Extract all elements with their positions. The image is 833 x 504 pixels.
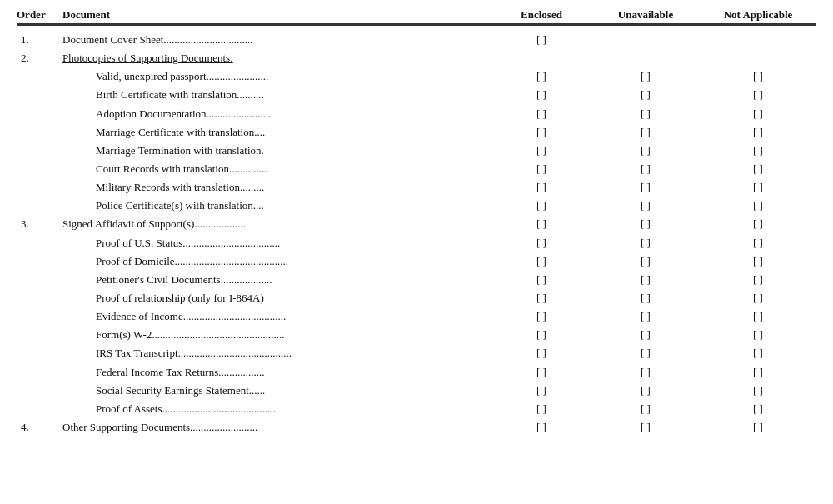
unavailable-checkbox[interactable]: [ ] (591, 308, 700, 325)
table-row: Valid, unexpired passport...............… (17, 67, 816, 86)
table-row: Form(s) W-2.............................… (17, 326, 816, 344)
na-checkbox[interactable]: [ ] (700, 308, 816, 325)
table-row: Social Security Earnings Statement......… (17, 382, 816, 400)
document-label: Signed Affidavit of Support(s)..........… (62, 216, 491, 232)
document-label: Photocopies of Supporting Documents: (62, 50, 491, 67)
na-checkbox[interactable]: [ ] (700, 419, 816, 436)
unavailable-checkbox[interactable]: [ ] (591, 68, 700, 85)
enclosed-checkbox[interactable]: [ ] (491, 253, 591, 270)
na-checkbox[interactable]: [ ] (700, 290, 816, 307)
enclosed-checkbox[interactable]: [ ] (491, 197, 591, 214)
enclosed-checkbox[interactable]: [ ] (491, 235, 591, 252)
unavailable-checkbox[interactable]: [ ] (591, 142, 700, 159)
order-number: 2. (17, 50, 62, 67)
table-row: Police Certificate(s) with translation..… (17, 197, 816, 215)
enclosed-checkbox[interactable]: [ ] (491, 290, 591, 307)
enclosed-checkbox[interactable]: [ ] (491, 32, 591, 48)
rows-container: 1.Document Cover Sheet..................… (17, 31, 816, 437)
enclosed-checkbox[interactable]: [ ] (491, 106, 591, 122)
na-checkbox[interactable]: [ ] (700, 364, 816, 381)
unavailable-checkbox[interactable]: [ ] (591, 290, 700, 307)
table-row: 1.Document Cover Sheet..................… (17, 31, 816, 49)
enclosed-checkbox[interactable]: [ ] (491, 179, 591, 196)
unavailable-checkbox[interactable]: [ ] (591, 87, 700, 103)
enclosed-checkbox[interactable]: [ ] (491, 161, 591, 177)
enclosed-checkbox[interactable]: [ ] (491, 308, 591, 325)
document-label: Federal Income Tax Returns..............… (62, 364, 491, 381)
na-checkbox[interactable]: [ ] (700, 87, 816, 103)
table-row: Proof of U.S. Status....................… (17, 234, 816, 252)
unavailable-checkbox[interactable]: [ ] (591, 382, 700, 399)
enclosed-checkbox[interactable]: [ ] (491, 327, 591, 343)
na-checkbox[interactable]: [ ] (700, 179, 816, 196)
na-checkbox[interactable]: [ ] (700, 124, 816, 141)
document-label: IRS Tax Transcript......................… (62, 345, 491, 362)
document-label: Court Records with translation..........… (62, 161, 491, 177)
enclosed-checkbox[interactable]: [ ] (491, 419, 591, 436)
unavailable-checkbox[interactable]: [ ] (591, 364, 700, 381)
unavailable-checkbox[interactable]: [ ] (591, 179, 700, 196)
table-row: Military Records with translation.......… (17, 178, 816, 197)
enclosed-checkbox[interactable]: [ ] (491, 124, 591, 141)
na-checkbox[interactable]: [ ] (700, 216, 816, 232)
table-row: Evidence of Income......................… (17, 307, 816, 326)
unavailable-checkbox[interactable]: [ ] (591, 216, 700, 232)
table-row: Federal Income Tax Returns..............… (17, 363, 816, 382)
na-checkbox[interactable]: [ ] (700, 327, 816, 343)
table-header: Order Document Enclosed Unavailable Not … (17, 8, 816, 25)
unavailable-checkbox[interactable]: [ ] (591, 124, 700, 141)
unavailable-checkbox[interactable]: [ ] (591, 345, 700, 362)
enclosed-checkbox[interactable]: [ ] (491, 345, 591, 362)
unavailable-checkbox[interactable]: [ ] (591, 253, 700, 270)
na-checkbox[interactable]: [ ] (700, 197, 816, 214)
enclosed-checkbox[interactable]: [ ] (491, 401, 591, 417)
unavailable-checkbox[interactable]: [ ] (591, 419, 700, 436)
na-checkbox[interactable]: [ ] (700, 345, 816, 362)
table-row: Petitioner's Civil Documents............… (17, 271, 816, 289)
header-document: Document (62, 8, 491, 22)
table-row: Birth Certificate with translation......… (17, 86, 816, 104)
order-number: 1. (17, 32, 62, 48)
table-row: Marriage Certificate with translation...… (17, 123, 816, 142)
table-row: Proof of relationship (only for I-864A)[… (17, 289, 816, 307)
na-checkbox[interactable]: [ ] (700, 401, 816, 417)
document-label: Adoption Documentation..................… (62, 106, 491, 122)
header-enclosed: Enclosed (491, 8, 591, 22)
unavailable-checkbox[interactable]: [ ] (591, 401, 700, 417)
table-row: 4.Other Supporting Documents............… (17, 418, 816, 437)
enclosed-checkbox[interactable]: [ ] (491, 272, 591, 288)
table-row: Court Records with translation..........… (17, 160, 816, 178)
unavailable-checkbox[interactable]: [ ] (591, 161, 700, 177)
enclosed-checkbox[interactable]: [ ] (491, 216, 591, 232)
na-checkbox[interactable]: [ ] (700, 161, 816, 177)
document-checklist: Order Document Enclosed Unavailable Not … (0, 0, 833, 445)
document-label: Valid, unexpired passport...............… (62, 68, 491, 85)
document-label: Military Records with translation.......… (62, 179, 491, 196)
enclosed-checkbox[interactable]: [ ] (491, 87, 591, 103)
document-label: Social Security Earnings Statement...... (62, 382, 491, 399)
unavailable-checkbox[interactable]: [ ] (591, 327, 700, 343)
enclosed-checkbox[interactable]: [ ] (491, 382, 591, 399)
header-order: Order (17, 8, 62, 22)
enclosed-checkbox[interactable]: [ ] (491, 142, 591, 159)
order-number: 4. (17, 419, 62, 436)
table-row: Adoption Documentation..................… (17, 105, 816, 123)
unavailable-checkbox[interactable]: [ ] (591, 106, 700, 122)
na-checkbox[interactable]: [ ] (700, 68, 816, 85)
na-checkbox[interactable]: [ ] (700, 106, 816, 122)
enclosed-checkbox[interactable]: [ ] (491, 68, 591, 85)
unavailable-checkbox[interactable]: [ ] (591, 197, 700, 214)
na-checkbox[interactable]: [ ] (700, 235, 816, 252)
document-label: Proof of Assets.........................… (62, 401, 491, 417)
unavailable-checkbox[interactable]: [ ] (591, 235, 700, 252)
enclosed-checkbox[interactable]: [ ] (491, 364, 591, 381)
document-label: Document Cover Sheet....................… (62, 32, 491, 48)
na-checkbox[interactable]: [ ] (700, 272, 816, 288)
unavailable-checkbox[interactable]: [ ] (591, 272, 700, 288)
na-checkbox[interactable]: [ ] (700, 382, 816, 399)
na-checkbox[interactable]: [ ] (700, 142, 816, 159)
table-row: 2.Photocopies of Supporting Documents: (17, 49, 816, 67)
document-label: Petitioner's Civil Documents............… (62, 272, 491, 288)
na-checkbox[interactable]: [ ] (700, 253, 816, 270)
header-na: Not Applicable (700, 8, 816, 22)
